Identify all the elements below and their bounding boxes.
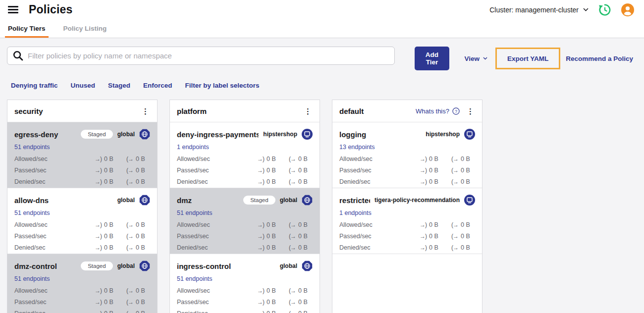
tier-menu-kebab-icon[interactable]: ⋮ — [141, 107, 150, 115]
ingress-value: 0 B — [104, 156, 113, 162]
tier-actions: ⋮ — [303, 107, 313, 115]
cluster-selector[interactable]: Cluster: management-cluster — [489, 6, 589, 14]
endpoints-link[interactable]: 51 endpoints — [177, 275, 213, 282]
namespace-policy-icon — [464, 129, 475, 140]
egress-value: 0 B — [461, 156, 470, 162]
page-title: Policies — [29, 3, 73, 16]
egress-value: 0 B — [298, 167, 308, 174]
filter-filter-by-label-selectors[interactable]: Filter by label selectors — [185, 82, 260, 89]
policy-card[interactable]: ingress-controlglobal51 endpointsAllowed… — [170, 254, 320, 313]
whats-this-label: Whats this? — [416, 107, 449, 115]
ingress-stat: →)0 B — [420, 156, 443, 162]
tier-actions: Whats this??⋮ — [416, 107, 475, 115]
filter-denying-traffic[interactable]: Denying traffic — [11, 82, 58, 89]
endpoints-link[interactable]: 1 endpoints — [177, 144, 209, 151]
traffic-stat-row: Denied/sec→)0 B(→0 B — [177, 244, 313, 251]
policy-card-header: restrictedtigera-policy-recommendation — [339, 195, 475, 206]
ingress-stat: →)0 B — [257, 287, 281, 294]
recommend-policy-button[interactable]: Recommend a Policy — [566, 50, 633, 67]
stat-label: Allowed/sec — [339, 221, 412, 228]
whats-this-link[interactable]: Whats this?? — [416, 107, 460, 115]
ingress-value: 0 B — [104, 221, 113, 228]
view-dropdown-label: View — [464, 55, 480, 62]
egress-stat: (→0 B — [451, 244, 475, 251]
endpoints-link[interactable]: 1 endpoints — [339, 209, 372, 216]
ingress-stat: →)0 B — [95, 233, 118, 240]
egress-arrow-icon: (→ — [289, 310, 296, 313]
traffic-stat-row: Allowed/sec→)0 B(→0 B — [177, 156, 313, 162]
staged-badge: Staged — [81, 261, 112, 270]
policy-search-input[interactable] — [28, 52, 389, 60]
policy-card[interactable]: allow-dnsglobal51 endpointsAllowed/sec→)… — [7, 188, 157, 254]
traffic-stat-row: Allowed/sec→)0 B(→0 B — [177, 287, 313, 294]
ingress-arrow-icon: →) — [420, 244, 427, 251]
egress-arrow-icon: (→ — [451, 178, 458, 185]
policy-card[interactable]: dmzStagedglobal51 endpointsAllowed/sec→)… — [170, 188, 320, 254]
endpoints-link[interactable]: 51 endpoints — [14, 209, 50, 216]
tier-actions: ⋮ — [141, 107, 150, 115]
tier-menu-kebab-icon[interactable]: ⋮ — [466, 107, 475, 115]
endpoints-link[interactable]: 51 endpoints — [14, 275, 50, 282]
policy-card[interactable]: restrictedtigera-policy-recommendation1 … — [332, 188, 482, 254]
ingress-stat: →)0 B — [95, 156, 118, 162]
stat-label: Passed/sec — [177, 233, 249, 240]
traffic-stat-row: Passed/sec→)0 B(→0 B — [177, 167, 313, 174]
egress-value: 0 B — [298, 156, 308, 162]
question-circle-icon: ? — [452, 107, 460, 115]
stat-label: Denied/sec — [14, 178, 87, 185]
ingress-arrow-icon: →) — [95, 310, 102, 313]
egress-arrow-icon: (→ — [126, 156, 133, 162]
egress-value: 0 B — [298, 310, 308, 313]
user-avatar-icon[interactable] — [621, 3, 634, 16]
ingress-arrow-icon: →) — [95, 221, 102, 228]
policy-card[interactable]: dmz-controlStagedglobal51 endpointsAllow… — [7, 254, 157, 313]
tab-policy-tiers[interactable]: Policy Tiers — [8, 19, 46, 38]
policy-card[interactable]: logginghipstershop13 endpointsAllowed/se… — [332, 122, 482, 188]
endpoints-link[interactable]: 51 endpoints — [14, 144, 50, 151]
tier-menu-kebab-icon[interactable]: ⋮ — [303, 107, 313, 115]
tier-header: platform⋮ — [170, 100, 320, 122]
egress-arrow-icon: (→ — [451, 221, 458, 228]
endpoints-link[interactable]: 13 endpoints — [339, 144, 375, 151]
traffic-stat-row: Allowed/sec→)0 B(→0 B — [177, 221, 313, 228]
export-yaml-button[interactable]: Export YAML — [507, 55, 548, 62]
egress-stat: (→0 B — [451, 156, 475, 162]
policy-scope-global: global — [117, 131, 135, 138]
policy-card[interactable]: deny-ingress-paymentservi…hipstershop1 e… — [170, 122, 320, 188]
ingress-value: 0 B — [429, 233, 438, 240]
ingress-arrow-icon: →) — [257, 221, 264, 228]
filter-staged[interactable]: Staged — [108, 82, 130, 89]
traffic-stat-row: Passed/sec→)0 B(→0 B — [14, 299, 150, 306]
egress-value: 0 B — [136, 299, 145, 306]
tab-policy-listing[interactable]: Policy Listing — [63, 19, 107, 38]
add-tier-button[interactable]: Add Tier — [415, 47, 450, 70]
policy-name: restricted — [339, 196, 370, 205]
global-policy-icon — [139, 261, 150, 271]
ingress-value: 0 B — [104, 233, 113, 240]
history-icon[interactable] — [598, 3, 611, 16]
ingress-stat: →)0 B — [257, 156, 281, 162]
egress-arrow-icon: (→ — [451, 233, 458, 240]
ingress-value: 0 B — [267, 156, 276, 162]
stat-label: Allowed/sec — [177, 287, 249, 294]
ingress-value: 0 B — [267, 178, 276, 185]
egress-stat: (→0 B — [126, 299, 150, 306]
ingress-arrow-icon: →) — [420, 233, 427, 240]
egress-stat: (→0 B — [451, 221, 475, 228]
ingress-stat: →)0 B — [257, 299, 281, 306]
endpoints-link[interactable]: 51 endpoints — [177, 209, 213, 216]
namespace-policy-icon — [302, 129, 313, 140]
filter-unused[interactable]: Unused — [71, 82, 96, 89]
hamburger-menu-icon[interactable] — [8, 6, 18, 13]
search-icon — [13, 51, 23, 61]
ingress-value: 0 B — [104, 244, 113, 251]
policy-card-header: deny-ingress-paymentservi…hipstershop — [177, 129, 313, 140]
stat-label: Allowed/sec — [177, 156, 249, 162]
view-dropdown-button[interactable]: View — [464, 55, 487, 62]
policy-search-box[interactable] — [7, 47, 395, 65]
filter-enforced[interactable]: Enforced — [143, 82, 172, 89]
egress-stat: (→0 B — [289, 156, 313, 162]
traffic-stat-row: Passed/sec→)0 B(→0 B — [14, 167, 150, 174]
policy-card[interactable]: egress-denyStagedglobal51 endpointsAllow… — [7, 122, 157, 188]
ingress-arrow-icon: →) — [95, 167, 102, 174]
